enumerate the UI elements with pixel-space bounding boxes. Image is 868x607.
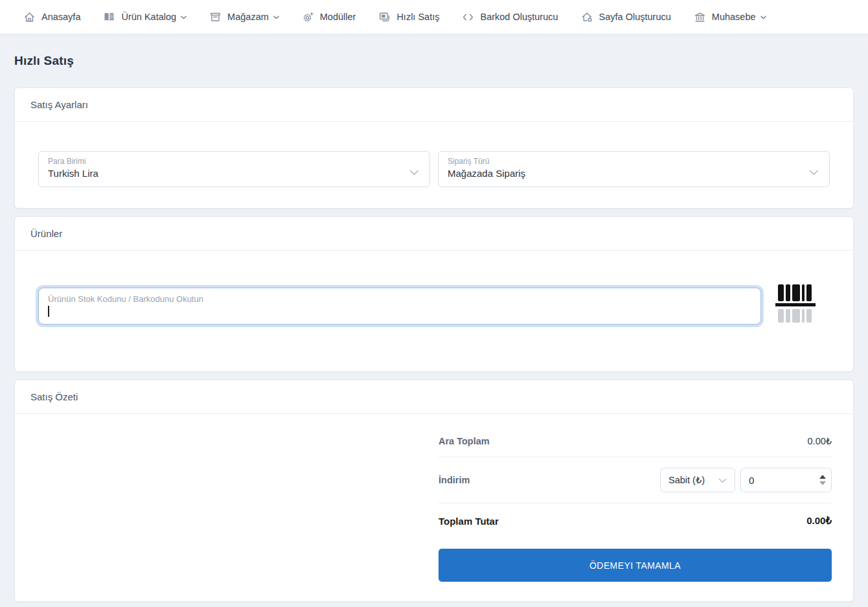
chevron-down-icon [809,166,819,178]
nav-label: Ürün Katalog [121,12,176,22]
barcode-input[interactable]: Ürünün Stok Kodunu / Barkodunu Okutun [38,288,761,325]
sales-summary-header: Satış Özeti [15,380,853,414]
nav-item-hizli-satis[interactable]: Hızlı Satış [378,11,439,23]
store-icon [209,11,222,23]
sales-settings-header: Satış Ayarları [15,88,853,122]
subtotal-label: Ara Toplam [439,436,490,446]
nav-label: Anasayfa [41,12,80,22]
barcode-icon [774,284,819,327]
order-type-select-value: Mağazada Sipariş [448,168,819,179]
barcode-input-label: Ürünün Stok Kodunu / Barkodunu Okutun [48,294,751,304]
stepper-down-icon[interactable] [819,481,826,485]
nav-item-anasayfa[interactable]: Anasayfa [23,11,80,23]
nav-item-barkod-olusturucu[interactable]: Barkod Oluşturucu [462,11,558,23]
text-caret [48,306,49,317]
top-nav: Anasayfa Ürün Katalog Mağazam Modüller H… [0,0,868,34]
total-label: Toplam Tutar [439,516,499,527]
total-value: 0.00₺ [806,515,832,527]
discount-label: İndirim [439,475,470,485]
pos-icon [378,11,391,23]
modules-gear-icon [302,11,314,23]
nav-label: Barkod Oluşturucu [480,12,558,22]
code-brackets-icon [462,11,474,23]
home-icon [23,11,36,23]
currency-select[interactable]: Para Birimi Turkish Lira [38,151,430,187]
chevron-down-icon [273,16,279,19]
currency-select-value: Turkish Lira [48,168,419,179]
bank-icon [694,11,706,23]
subtotal-value: 0.00₺ [808,436,832,446]
complete-payment-button[interactable]: ÖDEMEYI TAMAMLA [439,549,832,582]
chevron-down-icon [718,475,727,485]
page-title: Hızlı Satış [14,54,854,68]
total-row: Toplam Tutar 0.00₺ [439,503,832,532]
nav-label: Mağazam [227,12,269,22]
discount-type-value: Sabit (₺) [668,475,705,485]
page-builder-icon [581,11,593,23]
discount-amount-input[interactable] [740,468,832,492]
nav-item-urun-katalog[interactable]: Ürün Katalog [103,11,187,23]
nav-item-moduller[interactable]: Modüller [302,11,356,23]
chevron-down-icon [760,16,766,19]
products-header: Ürünler [15,217,853,251]
stepper-up-icon[interactable] [819,475,826,479]
discount-row: İndirim Sabit (₺) [439,457,832,503]
nav-label: Modüller [320,12,356,22]
sales-summary-card: Satış Özeti Ara Toplam 0.00₺ İndirim Sab… [14,380,854,602]
catalog-icon [103,11,115,23]
chevron-down-icon [409,166,419,178]
page-content: Hızlı Satış Satış Ayarları Para Birimi T… [0,54,868,602]
products-card: Ürünler Ürünün Stok Kodunu / Barkodunu O… [14,216,854,372]
currency-select-label: Para Birimi [48,157,419,166]
order-type-select-label: Sipariş Türü [448,157,819,166]
nav-item-sayfa-olusturucu[interactable]: Sayfa Oluşturucu [581,11,671,23]
sales-settings-card: Satış Ayarları Para Birimi Turkish Lira … [14,87,854,209]
nav-item-magazam[interactable]: Mağazam [209,11,279,23]
number-stepper[interactable] [819,475,826,485]
subtotal-row: Ara Toplam 0.00₺ [439,426,832,457]
nav-label: Muhasebe [712,12,756,22]
nav-label: Sayfa Oluşturucu [599,12,671,22]
nav-item-muhasebe[interactable]: Muhasebe [694,11,766,23]
nav-label: Hızlı Satış [396,12,439,22]
order-type-select[interactable]: Sipariş Türü Mağazada Sipariş [438,151,830,187]
chevron-down-icon [181,16,187,19]
discount-type-select[interactable]: Sabit (₺) [660,468,735,492]
